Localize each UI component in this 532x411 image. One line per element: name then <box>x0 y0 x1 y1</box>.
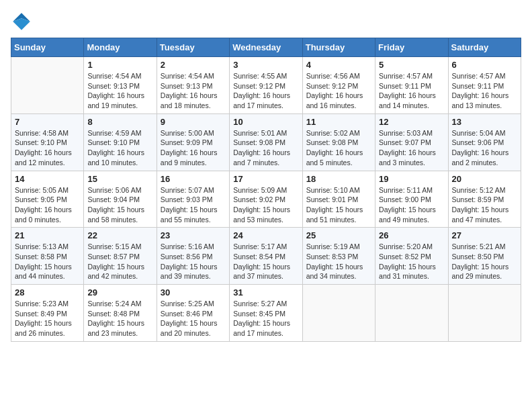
calendar-header-row: SundayMondayTuesdayWednesdayThursdayFrid… <box>11 38 521 57</box>
day-number: 10 <box>233 117 298 127</box>
day-number: 11 <box>306 117 371 127</box>
day-number: 18 <box>306 174 371 184</box>
day-info: Sunrise: 5:03 AMSunset: 9:07 PMDaylight:… <box>379 128 444 168</box>
day-number: 29 <box>87 287 152 298</box>
day-number: 28 <box>15 287 80 298</box>
day-info: Sunrise: 4:54 AMSunset: 9:13 PMDaylight:… <box>87 71 152 111</box>
day-number: 4 <box>306 60 371 70</box>
day-info: Sunrise: 5:25 AMSunset: 8:46 PMDaylight:… <box>161 299 226 338</box>
calendar-day-cell: 18Sunrise: 5:10 AMSunset: 9:01 PMDayligh… <box>302 171 375 228</box>
day-info: Sunrise: 5:05 AMSunset: 9:05 PMDaylight:… <box>15 185 80 225</box>
calendar-day-cell: 6Sunrise: 4:57 AMSunset: 9:11 PMDaylight… <box>448 57 521 114</box>
calendar-day-cell <box>302 285 375 342</box>
calendar-day-cell: 22Sunrise: 5:15 AMSunset: 8:57 PMDayligh… <box>84 228 157 285</box>
calendar-day-cell: 11Sunrise: 5:02 AMSunset: 9:08 PMDayligh… <box>302 113 375 171</box>
day-info: Sunrise: 4:55 AMSunset: 9:12 PMDaylight:… <box>233 71 298 111</box>
day-number: 23 <box>161 230 226 240</box>
calendar-day-cell: 12Sunrise: 5:03 AMSunset: 9:07 PMDayligh… <box>375 113 448 171</box>
calendar-day-cell: 7Sunrise: 4:58 AMSunset: 9:10 PMDaylight… <box>11 113 84 171</box>
calendar-day-cell: 9Sunrise: 5:00 AMSunset: 9:09 PMDaylight… <box>157 113 229 171</box>
calendar-day-header: Sunday <box>11 38 84 57</box>
calendar-day-cell: 14Sunrise: 5:05 AMSunset: 9:05 PMDayligh… <box>11 171 84 228</box>
calendar-week-row: 7Sunrise: 4:58 AMSunset: 9:10 PMDaylight… <box>11 113 521 171</box>
day-info: Sunrise: 5:24 AMSunset: 8:48 PMDaylight:… <box>87 299 152 338</box>
day-number: 9 <box>161 117 226 127</box>
day-info: Sunrise: 5:17 AMSunset: 8:54 PMDaylight:… <box>233 242 298 281</box>
day-info: Sunrise: 4:54 AMSunset: 9:13 PMDaylight:… <box>161 71 226 111</box>
calendar-day-cell: 25Sunrise: 5:19 AMSunset: 8:53 PMDayligh… <box>302 228 375 285</box>
calendar-day-cell: 8Sunrise: 4:59 AMSunset: 9:10 PMDaylight… <box>84 113 157 171</box>
calendar-week-row: 14Sunrise: 5:05 AMSunset: 9:05 PMDayligh… <box>11 171 521 228</box>
day-info: Sunrise: 5:20 AMSunset: 8:52 PMDaylight:… <box>379 242 444 281</box>
day-info: Sunrise: 5:10 AMSunset: 9:01 PMDaylight:… <box>306 185 371 225</box>
logo <box>11 11 35 32</box>
calendar-day-cell: 26Sunrise: 5:20 AMSunset: 8:52 PMDayligh… <box>375 228 448 285</box>
day-info: Sunrise: 5:16 AMSunset: 8:56 PMDaylight:… <box>161 242 226 281</box>
day-info: Sunrise: 5:15 AMSunset: 8:57 PMDaylight:… <box>87 242 152 281</box>
day-number: 22 <box>87 230 152 240</box>
calendar-day-cell: 2Sunrise: 4:54 AMSunset: 9:13 PMDaylight… <box>157 57 229 114</box>
calendar-day-header: Wednesday <box>230 38 302 57</box>
calendar-table: SundayMondayTuesdayWednesdayThursdayFrid… <box>11 38 521 342</box>
day-info: Sunrise: 5:01 AMSunset: 9:08 PMDaylight:… <box>233 128 298 168</box>
day-info: Sunrise: 4:56 AMSunset: 9:12 PMDaylight:… <box>306 71 371 111</box>
day-number: 5 <box>379 60 444 70</box>
calendar-day-cell: 1Sunrise: 4:54 AMSunset: 9:13 PMDaylight… <box>84 57 157 114</box>
day-info: Sunrise: 4:58 AMSunset: 9:10 PMDaylight:… <box>15 128 80 168</box>
day-number: 19 <box>379 174 444 184</box>
day-info: Sunrise: 5:09 AMSunset: 9:02 PMDaylight:… <box>233 185 298 225</box>
calendar-day-header: Saturday <box>448 38 521 57</box>
day-info: Sunrise: 5:13 AMSunset: 8:58 PMDaylight:… <box>15 242 80 281</box>
day-number: 31 <box>233 287 298 298</box>
calendar-day-header: Tuesday <box>157 38 229 57</box>
day-info: Sunrise: 5:11 AMSunset: 9:00 PMDaylight:… <box>379 185 444 225</box>
calendar-week-row: 1Sunrise: 4:54 AMSunset: 9:13 PMDaylight… <box>11 57 521 114</box>
calendar-week-row: 28Sunrise: 5:23 AMSunset: 8:49 PMDayligh… <box>11 285 521 342</box>
calendar-day-cell: 3Sunrise: 4:55 AMSunset: 9:12 PMDaylight… <box>230 57 302 114</box>
calendar-day-cell: 16Sunrise: 5:07 AMSunset: 9:03 PMDayligh… <box>157 171 229 228</box>
day-number: 12 <box>379 117 444 127</box>
day-number: 30 <box>161 287 226 298</box>
day-info: Sunrise: 5:27 AMSunset: 8:45 PMDaylight:… <box>233 299 298 338</box>
calendar-day-header: Monday <box>84 38 157 57</box>
day-number: 6 <box>452 60 517 70</box>
day-number: 21 <box>15 230 80 240</box>
calendar-day-cell: 29Sunrise: 5:24 AMSunset: 8:48 PMDayligh… <box>84 285 157 342</box>
calendar-day-cell: 15Sunrise: 5:06 AMSunset: 9:04 PMDayligh… <box>84 171 157 228</box>
day-number: 25 <box>306 230 371 240</box>
day-info: Sunrise: 5:21 AMSunset: 8:50 PMDaylight:… <box>452 242 517 281</box>
calendar-day-header: Friday <box>375 38 448 57</box>
day-number: 27 <box>452 230 517 240</box>
calendar-day-cell: 21Sunrise: 5:13 AMSunset: 8:58 PMDayligh… <box>11 228 84 285</box>
day-info: Sunrise: 5:19 AMSunset: 8:53 PMDaylight:… <box>306 242 371 281</box>
day-info: Sunrise: 5:00 AMSunset: 9:09 PMDaylight:… <box>161 128 226 168</box>
day-number: 26 <box>379 230 444 240</box>
day-number: 8 <box>87 117 152 127</box>
calendar-day-cell: 20Sunrise: 5:12 AMSunset: 8:59 PMDayligh… <box>448 171 521 228</box>
calendar-day-cell: 17Sunrise: 5:09 AMSunset: 9:02 PMDayligh… <box>230 171 302 228</box>
day-number: 1 <box>87 60 152 70</box>
calendar-day-cell: 23Sunrise: 5:16 AMSunset: 8:56 PMDayligh… <box>157 228 229 285</box>
day-number: 24 <box>233 230 298 240</box>
calendar-day-cell <box>448 285 521 342</box>
calendar-day-cell: 28Sunrise: 5:23 AMSunset: 8:49 PMDayligh… <box>11 285 84 342</box>
calendar-day-cell: 4Sunrise: 4:56 AMSunset: 9:12 PMDaylight… <box>302 57 375 114</box>
calendar-day-cell: 10Sunrise: 5:01 AMSunset: 9:08 PMDayligh… <box>230 113 302 171</box>
day-number: 17 <box>233 174 298 184</box>
day-info: Sunrise: 5:04 AMSunset: 9:06 PMDaylight:… <box>452 128 517 168</box>
day-number: 16 <box>161 174 226 184</box>
day-info: Sunrise: 5:02 AMSunset: 9:08 PMDaylight:… <box>306 128 371 168</box>
day-info: Sunrise: 5:23 AMSunset: 8:49 PMDaylight:… <box>15 299 80 338</box>
calendar-day-cell: 19Sunrise: 5:11 AMSunset: 9:00 PMDayligh… <box>375 171 448 228</box>
day-number: 15 <box>87 174 152 184</box>
day-number: 7 <box>15 117 80 127</box>
calendar-day-cell: 30Sunrise: 5:25 AMSunset: 8:46 PMDayligh… <box>157 285 229 342</box>
calendar-day-header: Thursday <box>302 38 375 57</box>
calendar-week-row: 21Sunrise: 5:13 AMSunset: 8:58 PMDayligh… <box>11 228 521 285</box>
day-info: Sunrise: 5:12 AMSunset: 8:59 PMDaylight:… <box>452 185 517 225</box>
page-header <box>11 11 521 32</box>
calendar-day-cell: 13Sunrise: 5:04 AMSunset: 9:06 PMDayligh… <box>448 113 521 171</box>
day-info: Sunrise: 4:59 AMSunset: 9:10 PMDaylight:… <box>87 128 152 168</box>
day-info: Sunrise: 5:07 AMSunset: 9:03 PMDaylight:… <box>161 185 226 225</box>
calendar-day-cell: 24Sunrise: 5:17 AMSunset: 8:54 PMDayligh… <box>230 228 302 285</box>
